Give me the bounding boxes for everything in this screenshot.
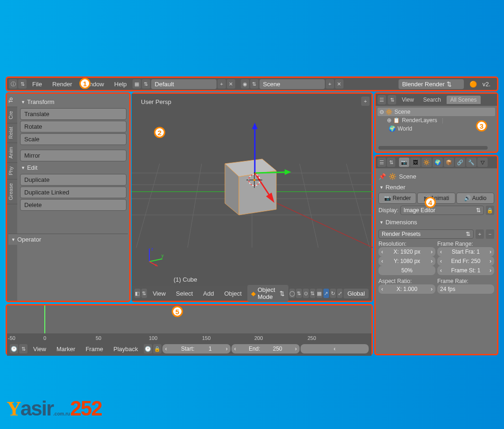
gizmo-axes[interactable] [236,122,292,206]
rotate-gizmo-icon[interactable]: ↻ [330,289,336,298]
plus-overlay-button[interactable]: + [361,97,370,106]
prop-editor-icon[interactable]: ☰ [378,158,386,167]
viewport-canvas[interactable]: User Persp [132,94,371,289]
tab-object-icon[interactable]: 📦 [444,158,454,167]
cube-icon[interactable]: ◧ [134,289,140,298]
render-presets[interactable]: Render Presets⇅ [378,229,474,239]
render-button[interactable]: 📷 Render [378,193,416,204]
res-y-field[interactable]: ‹Y: 1080 px› [378,256,435,266]
updown-icon[interactable]: ⇅ [387,158,395,167]
scene-field[interactable]: Scene [259,79,325,89]
res-x-field[interactable]: ‹X: 1920 px› [378,247,435,256]
transform-header[interactable]: Transform [20,97,126,107]
menu-help[interactable]: Help [110,79,132,90]
render-section-header[interactable]: Render [378,182,494,193]
add-layout-button[interactable]: + [217,79,226,89]
updown-icon[interactable]: ⇅ [388,95,396,104]
end-frame[interactable]: ‹End:250› [231,344,300,353]
delete-button[interactable]: Delete [20,199,126,211]
start-frame-field[interactable]: ‹Start Fra: 1› [437,247,494,256]
tab-physics[interactable]: Phy [7,163,17,180]
sync-icon[interactable]: 🕐 [144,344,152,353]
tab-world-icon[interactable]: 🌍 [433,158,443,167]
aspect-x-field[interactable]: ‹X: 1.000› [378,284,435,294]
info-icon[interactable]: ⓘ [9,79,17,89]
tab-grease[interactable]: Grease [7,180,17,204]
tab-render-icon[interactable]: 📷 [399,158,409,167]
framerate-field[interactable]: 24 fps [437,284,494,294]
tab-animation[interactable]: Anim [7,143,17,163]
tab-data-icon[interactable]: ▽ [477,158,488,167]
updown-icon[interactable]: ⇅ [310,289,316,298]
tab-relations[interactable]: Relat [7,123,17,143]
timeline-canvas[interactable]: -50 0 50 100 150 200 250 [7,305,371,342]
rotate-button[interactable]: Rotate [20,121,126,132]
duplicate-button[interactable]: Duplicate [20,174,126,186]
tab-create[interactable]: Cre [7,107,17,124]
updown-icon[interactable]: ⇅ [250,79,259,89]
res-pct-field[interactable]: 50% [378,266,435,275]
vp-menu-object[interactable]: Object [219,288,246,299]
translate-button[interactable]: Translate [20,108,126,120]
lock-icon[interactable]: 🔒 [153,344,161,353]
vp-menu-view[interactable]: View [148,288,170,299]
add-scene-button[interactable]: + [326,79,334,89]
close-layout-button[interactable]: ✕ [227,79,235,89]
lock-icon[interactable]: 🔒 [486,206,494,215]
updown-icon[interactable]: ⇅ [296,289,302,298]
menu-file[interactable]: File [28,79,47,90]
mirror-button[interactable]: Mirror [20,150,126,161]
mode-select[interactable]: ◆Object Mode⇅ [247,285,288,302]
outliner-allscenes[interactable]: All Scenes [447,96,481,104]
dup-linked-button[interactable]: Duplicate Linked [20,187,126,198]
tab-layers-icon[interactable]: 🖼 [410,158,420,167]
tree-scene[interactable]: ⊖ 🔆 Scene [378,108,495,116]
vp-menu-select[interactable]: Select [171,288,197,299]
scene-icon[interactable]: ◉ [241,79,249,89]
timeline-cursor[interactable] [44,305,45,333]
tab-tools[interactable]: To [7,94,17,107]
layout-icon[interactable]: ▦ [133,79,141,89]
tl-menu-playback[interactable]: Playback [109,344,143,354]
edit-header[interactable]: Edit [20,162,126,173]
vp-menu-add[interactable]: Add [198,288,218,299]
layout-field[interactable]: Default [151,79,217,89]
scale-button[interactable]: Scale [20,133,126,145]
tab-modifier-icon[interactable]: 🔧 [466,158,476,167]
audio-button[interactable]: 🔊 Audio [456,193,494,204]
scale-gizmo-icon[interactable]: ⤢ [337,289,343,298]
clock-icon[interactable]: 🕐 [10,344,18,353]
outliner-view[interactable]: View [398,96,418,104]
orientation-select[interactable]: Global [343,289,369,298]
start-frame[interactable]: ‹Start:1› [162,344,231,353]
pivot-icon[interactable]: ⊙ [303,289,309,298]
layers-icon[interactable]: ▦ [316,289,322,298]
updown-icon[interactable]: ⇅ [19,344,28,353]
pin-icon[interactable]: 📌 [378,173,386,180]
engine-select[interactable]: Blender Render⇅ [399,79,464,89]
shading-icon[interactable]: ◯ [289,289,295,298]
outliner-scrollbar[interactable] [378,146,488,150]
close-scene-button[interactable]: ✕ [335,79,343,89]
end-frame-field[interactable]: ‹End Fr: 250› [437,256,494,266]
tab-constraint-icon[interactable]: 🔗 [455,158,465,167]
add-preset-button[interactable]: + [476,229,484,239]
dimensions-header[interactable]: Dimensions [378,217,494,228]
frame-step-field[interactable]: ‹Frame St: 1› [437,266,494,275]
menu-render[interactable]: Render [48,79,77,90]
operator-header[interactable]: Operator [8,234,128,245]
display-select[interactable]: Image Editor⇅ [400,206,484,215]
outliner-search[interactable]: Search [420,96,445,104]
tab-scene-icon[interactable]: 🔆 [421,158,432,167]
outliner-icon[interactable]: ☰ [378,95,386,104]
updown-icon[interactable]: ⇅ [142,79,150,89]
tl-menu-marker[interactable]: Marker [52,344,80,354]
current-frame[interactable]: ‹ [301,344,369,353]
tl-menu-view[interactable]: View [28,344,51,354]
remove-preset-button[interactable]: − [486,229,494,239]
tl-menu-frame[interactable]: Frame [81,344,108,354]
updown-icon[interactable]: ⇅ [141,289,147,298]
updown-icon[interactable]: ⇅ [18,79,27,89]
manipulator-icon[interactable]: ↗ [323,289,329,298]
animation-button[interactable]: 🎬Animati [417,193,455,204]
